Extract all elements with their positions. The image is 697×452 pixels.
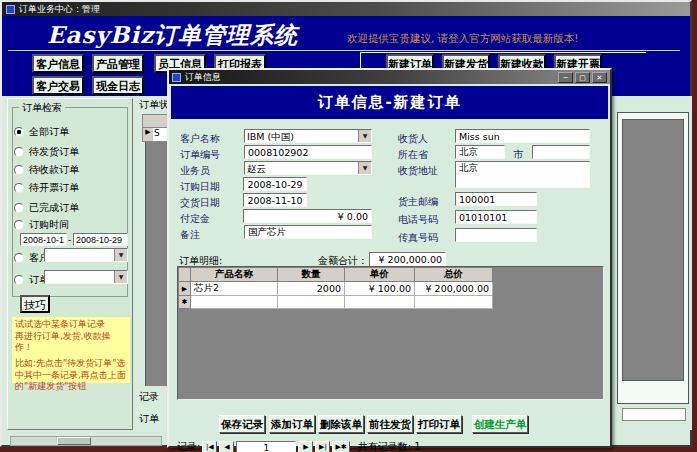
- radio-completed[interactable]: 已完成订单: [14, 201, 79, 215]
- deliver-date-input[interactable]: [243, 193, 307, 207]
- main-window-title: 订单业务中心：管理: [19, 3, 100, 16]
- total-amount-value: ¥ 200,000.00: [369, 252, 446, 267]
- create-production-button[interactable]: 创建生产单: [472, 415, 528, 433]
- radio-icon[interactable]: [14, 203, 24, 213]
- radio-pending-invoice[interactable]: 待开票订单: [14, 181, 79, 195]
- table-row[interactable]: ▶ 芯片2 2000 ¥ 100.00 ¥ 200,000.00: [179, 282, 493, 296]
- radio-icon[interactable]: [14, 183, 24, 193]
- order-combo-value: [45, 271, 114, 283]
- nav-customer-info[interactable]: 客户信息: [32, 54, 84, 73]
- nav-new-icon[interactable]: ▶✱: [332, 441, 349, 452]
- radio-order-time[interactable]: 订购时间: [14, 218, 69, 232]
- chevron-down-icon[interactable]: ▼: [358, 130, 371, 142]
- orderlist-grid-header-fragment: [142, 114, 169, 128]
- add-order-button[interactable]: 添加订单: [269, 415, 315, 433]
- cell-quantity[interactable]: 2000: [278, 282, 345, 296]
- close-icon[interactable]: ✕: [592, 72, 607, 83]
- col-quantity[interactable]: 数量: [278, 268, 345, 282]
- orderlist-grid-body-fragment: [145, 142, 169, 386]
- fax-input[interactable]: [455, 228, 537, 242]
- col-product-name[interactable]: 产品名称: [191, 268, 278, 282]
- order-date-input[interactable]: [243, 177, 307, 191]
- scrollbar-thumb[interactable]: [57, 437, 91, 445]
- nav-product-mgmt[interactable]: 产品管理: [92, 54, 144, 73]
- orderlist-panel-fragment: [617, 112, 689, 404]
- chevron-down-icon[interactable]: ▼: [114, 271, 127, 283]
- record-position[interactable]: 1: [236, 441, 296, 452]
- main-titlebar[interactable]: 订单业务中心：管理: [2, 2, 690, 16]
- address-input[interactable]: 北京: [455, 161, 590, 188]
- tip-line-2: 再进行订单,发货,收款操作！: [15, 331, 127, 354]
- customer-name-value: IBM (中国): [245, 130, 358, 142]
- salesman-combo[interactable]: 赵云 ▼: [244, 161, 372, 175]
- nav-next-icon[interactable]: ▶: [298, 441, 313, 452]
- order-date-label: 订购日期: [180, 180, 220, 194]
- radio-pending-payment[interactable]: 待收款订单: [14, 163, 79, 177]
- radio-icon[interactable]: [14, 165, 24, 175]
- col-unit-price[interactable]: 单价: [345, 268, 415, 282]
- print-order-button[interactable]: 打印订单: [416, 415, 462, 433]
- radio-icon[interactable]: [14, 127, 24, 137]
- dialog-titlebar[interactable]: 订单信息 ─ ▢ ✕: [169, 70, 610, 84]
- radio-pending-shipment[interactable]: 待发货订单: [14, 145, 79, 159]
- remark-input[interactable]: [244, 225, 372, 239]
- horizontal-scrollbar[interactable]: [10, 436, 162, 446]
- empty-cell[interactable]: [191, 296, 278, 309]
- date-separator: -: [68, 235, 71, 245]
- deposit-input[interactable]: [243, 209, 372, 223]
- col-total-price[interactable]: 总价: [415, 268, 493, 282]
- customer-combo[interactable]: ▼: [44, 248, 128, 262]
- chevron-down-icon[interactable]: ▼: [114, 249, 127, 261]
- delete-order-button[interactable]: 删除该单: [318, 415, 364, 433]
- empty-cell[interactable]: [345, 296, 415, 309]
- order-combo[interactable]: ▼: [44, 270, 128, 284]
- window-controls: ─ ▢ ✕: [558, 72, 607, 83]
- nav-customer-trade[interactable]: 客户交易: [32, 76, 84, 95]
- maximize-icon[interactable]: ▢: [575, 72, 590, 83]
- orderlist-grid-fragment: [622, 119, 684, 381]
- receiver-input[interactable]: [455, 129, 590, 143]
- cell-total-price[interactable]: ¥ 200,000.00: [415, 282, 493, 296]
- radio-icon[interactable]: [14, 147, 24, 157]
- radio-icon[interactable]: [14, 253, 24, 263]
- header-divider: [8, 50, 680, 51]
- customer-name-combo[interactable]: IBM (中国) ▼: [244, 129, 372, 143]
- radio-icon[interactable]: [14, 220, 24, 230]
- save-record-button[interactable]: 保存记录: [219, 415, 265, 433]
- customer-combo-value: [45, 249, 114, 261]
- nav-first-icon[interactable]: |◀: [202, 441, 217, 452]
- goto-shipment-button[interactable]: 前往发货: [367, 415, 413, 433]
- radio-icon[interactable]: [14, 275, 24, 285]
- order-detail-table: 产品名称 数量 单价 总价 ▶ 芯片2 2000 ¥ 100.00 ¥ 200,…: [178, 267, 493, 309]
- date-to-input[interactable]: [73, 233, 128, 246]
- chevron-down-icon[interactable]: ▼: [358, 162, 371, 174]
- order-number-label: 订单编号: [180, 148, 220, 162]
- table-new-row[interactable]: ✱: [179, 296, 493, 309]
- order-search-title: 订单检索: [19, 101, 65, 115]
- province-input[interactable]: [455, 145, 505, 159]
- nav-last-icon[interactable]: ▶|: [315, 441, 330, 452]
- orderlist-cell-fragment: S: [153, 128, 160, 141]
- phone-input[interactable]: [455, 210, 537, 224]
- order-info-dialog: 订单信息 ─ ▢ ✕ 订单信息-新建订单 客户名称 IBM (中国) ▼ 订单编…: [167, 68, 612, 448]
- nav-prev-icon[interactable]: ◀: [219, 441, 234, 452]
- order-search-panel: 订单检索 全部订单 待发货订单 待收款订单 待开票订单 已完成订单: [7, 98, 133, 430]
- salesman-label: 业务员: [180, 164, 210, 178]
- radio-all-orders[interactable]: 全部订单: [14, 125, 69, 139]
- cell-product[interactable]: 芯片2: [191, 282, 278, 296]
- orderlist-label-fragment: 订单状: [139, 98, 169, 112]
- zip-input[interactable]: [455, 192, 537, 206]
- address-label: 收货地址: [398, 164, 438, 178]
- empty-cell[interactable]: [278, 296, 345, 309]
- date-from-input[interactable]: [20, 233, 67, 246]
- empty-cell[interactable]: [415, 296, 493, 309]
- receiver-label: 收货人: [398, 132, 428, 146]
- tips-button[interactable]: 技巧: [20, 295, 50, 313]
- minimize-icon[interactable]: ─: [558, 72, 573, 83]
- nav-cash-log[interactable]: 现金日志: [92, 76, 144, 95]
- orderlist-grid-row-fragment[interactable]: ▶ S: [142, 128, 169, 142]
- order-number-input[interactable]: [244, 145, 372, 159]
- cell-unit-price[interactable]: ¥ 100.00: [345, 282, 415, 296]
- city-input[interactable]: [532, 145, 590, 159]
- row-marker-icon: ▶: [143, 128, 153, 141]
